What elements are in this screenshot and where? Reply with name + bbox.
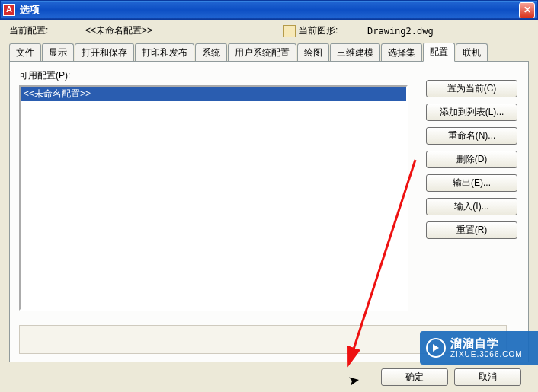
app-icon xyxy=(3,4,15,16)
drawing-icon xyxy=(283,25,296,37)
current-drawing-label: 当前图形: xyxy=(299,24,367,37)
profiles-listbox[interactable]: <<未命名配置>> xyxy=(19,85,408,311)
import-button[interactable]: 输入(I)... xyxy=(426,198,517,215)
current-profile-value: <<未命名配置>> xyxy=(85,24,283,37)
ok-button[interactable]: 确定 xyxy=(381,368,448,386)
tab-user-preferences[interactable]: 用户系统配置 xyxy=(228,43,296,62)
tab-drafting[interactable]: 绘图 xyxy=(297,43,329,62)
tab-system[interactable]: 系统 xyxy=(195,43,227,62)
tab-online[interactable]: 联机 xyxy=(456,43,488,62)
close-icon: ✕ xyxy=(524,5,531,15)
tab-display[interactable]: 显示 xyxy=(42,43,74,62)
close-button[interactable]: ✕ xyxy=(519,2,535,18)
tab-selection[interactable]: 选择集 xyxy=(381,43,422,62)
dialog-button-row: 确定 取消 xyxy=(381,368,521,386)
side-button-column: 置为当前(C) 添加到列表(L)... 重命名(N)... 删除(D) 输出(E… xyxy=(426,80,517,239)
tab-panel-profiles: 可用配置(P): <<未命名配置>> 置为当前(C) 添加到列表(L)... 重… xyxy=(9,61,529,362)
tab-open-save[interactable]: 打开和保存 xyxy=(75,43,134,62)
rename-button[interactable]: 重命名(N)... xyxy=(426,127,517,145)
set-current-button[interactable]: 置为当前(C) xyxy=(426,80,517,97)
delete-button[interactable]: 删除(D) xyxy=(426,151,517,168)
tab-print-publish[interactable]: 打印和发布 xyxy=(135,43,194,62)
cancel-button[interactable]: 取消 xyxy=(454,368,521,386)
current-drawing-value: Drawing2.dwg xyxy=(367,26,434,37)
watermark-name: 溜溜自学 xyxy=(450,336,523,350)
watermark: 溜溜自学 ZIXUE.3066.COM xyxy=(420,331,538,365)
add-to-list-button[interactable]: 添加到列表(L)... xyxy=(426,104,517,121)
titlebar: 选项 ✕ xyxy=(0,0,538,20)
watermark-url: ZIXUE.3066.COM xyxy=(450,350,523,359)
current-profile-label: 当前配置: xyxy=(9,24,85,37)
tab-profiles[interactable]: 配置 xyxy=(423,43,455,62)
tab-3d-modeling[interactable]: 三维建模 xyxy=(330,43,380,62)
tabstrip: 文件 显示 打开和保存 打印和发布 系统 用户系统配置 绘图 三维建模 选择集 … xyxy=(0,39,538,61)
play-icon xyxy=(426,338,446,358)
info-row: 当前配置: <<未命名配置>> 当前图形: Drawing2.dwg xyxy=(0,20,538,39)
export-button[interactable]: 输出(E)... xyxy=(426,174,517,192)
tab-file[interactable]: 文件 xyxy=(9,43,41,62)
mouse-cursor-icon: ➤ xyxy=(347,371,361,390)
window-title: 选项 xyxy=(20,3,519,17)
reset-button[interactable]: 重置(R) xyxy=(426,221,517,239)
list-item[interactable]: <<未命名配置>> xyxy=(21,87,406,101)
